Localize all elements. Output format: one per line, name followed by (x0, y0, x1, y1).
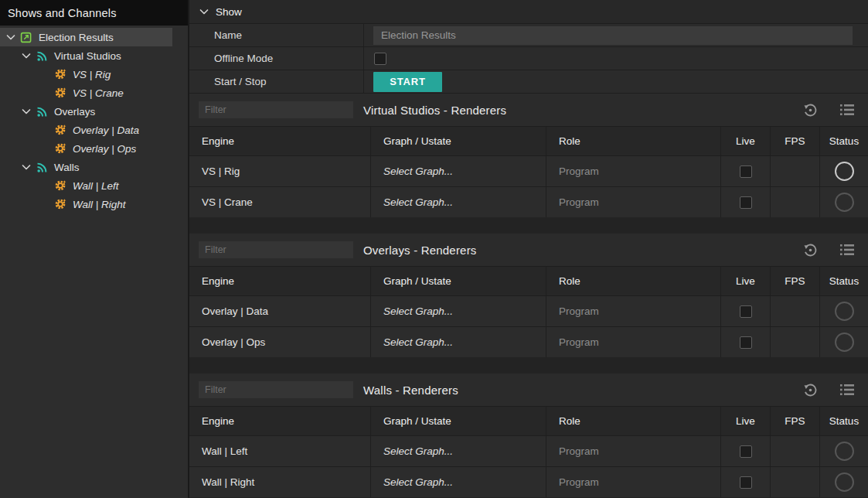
start-stop-property-row: Start / Stop START (189, 70, 868, 94)
section-toolbar: Overlays - Renderers (189, 234, 868, 266)
chevron-down-icon[interactable] (6, 32, 15, 42)
tree-item-label: Walls (54, 162, 80, 173)
fps-cell (771, 296, 820, 326)
live-checkbox[interactable] (740, 305, 752, 318)
table-row[interactable]: Wall | Left Select Graph... Program (189, 435, 868, 466)
show-box-arrow-icon (20, 31, 32, 43)
select-graph-dropdown[interactable]: Select Graph... (371, 156, 546, 186)
column-header-fps: FPS (771, 127, 820, 155)
tree-item-wall-right[interactable]: Wall | Right (0, 195, 172, 213)
select-graph-dropdown[interactable]: Select Graph... (371, 467, 546, 497)
column-header-role: Role (546, 407, 721, 435)
tree-item-walls[interactable]: Walls (0, 158, 172, 176)
chevron-down-icon[interactable] (199, 7, 209, 16)
column-header-role: Role (546, 267, 721, 295)
column-header-role: Role (546, 127, 721, 155)
live-checkbox[interactable] (740, 336, 752, 349)
live-checkbox[interactable] (740, 476, 752, 489)
table-row[interactable]: VS | Crane Select Graph... Program (189, 186, 868, 217)
select-graph-dropdown[interactable]: Select Graph... (371, 296, 546, 326)
tree-item-vs-crane[interactable]: VS | Crane (0, 84, 172, 102)
show-name-input[interactable] (373, 26, 853, 45)
name-property-row: Name (189, 24, 868, 47)
status-indicator (835, 162, 854, 181)
select-graph-dropdown[interactable]: Select Graph... (371, 187, 546, 217)
broadcast-rss-icon (36, 49, 48, 62)
reset-history-icon[interactable] (802, 241, 819, 258)
tree-item-vs-rig[interactable]: VS | Rig (0, 65, 172, 84)
role-cell: Program (546, 187, 721, 217)
live-checkbox[interactable] (740, 445, 752, 458)
chevron-down-icon[interactable] (22, 107, 31, 116)
filter-input[interactable] (199, 101, 353, 118)
column-header-fps: FPS (771, 267, 820, 295)
sidebar-header: Shows and Channels (0, 0, 188, 26)
live-checkbox[interactable] (740, 196, 752, 209)
engine-gear-icon (54, 124, 66, 136)
filter-input[interactable] (199, 241, 353, 258)
engine-cell: Wall | Right (189, 467, 371, 497)
reset-history-icon[interactable] (802, 101, 819, 118)
table-row[interactable]: Overlay | Ops Select Graph... Program (189, 326, 868, 357)
tree-item-label: Virtual Studios (54, 50, 121, 62)
name-label: Name (189, 24, 364, 46)
filter-input[interactable] (199, 381, 353, 398)
column-header-live: Live (721, 267, 771, 295)
tree-item-label: Overlays (54, 106, 95, 118)
role-cell: Program (546, 467, 721, 497)
offline-mode-label: Offline Mode (189, 47, 364, 70)
tree-item-overlay-data[interactable]: Overlay | Data (0, 121, 172, 139)
column-header-engine: Engine (189, 407, 371, 435)
fps-cell (771, 327, 820, 357)
list-icon[interactable] (839, 101, 856, 118)
start-button[interactable]: START (373, 72, 442, 92)
column-header-graph: Graph / Ustate (371, 267, 546, 295)
tree-item-label: Wall | Left (73, 180, 119, 192)
status-indicator (835, 193, 854, 212)
tree-item-label: VS | Crane (73, 87, 124, 99)
app-window: Shows and Channels Election Results Virt… (0, 0, 868, 498)
chevron-down-icon[interactable] (22, 51, 31, 60)
table-row[interactable]: Wall | Right Select Graph... Program (189, 466, 868, 497)
column-header-fps: FPS (771, 407, 820, 435)
tree-item-overlays[interactable]: Overlays (0, 102, 172, 121)
column-header-live: Live (721, 407, 771, 435)
engine-cell: VS | Rig (189, 156, 371, 186)
tree-item-label: Election Results (39, 32, 114, 43)
offline-mode-checkbox[interactable] (374, 53, 386, 65)
fps-cell (771, 156, 820, 186)
show-section-header[interactable]: Show (189, 0, 868, 24)
table-row[interactable]: Overlay | Data Select Graph... Program (189, 295, 868, 326)
tree-item-overlay-ops[interactable]: Overlay | Ops (0, 139, 172, 158)
list-icon[interactable] (839, 381, 856, 398)
chevron-down-icon[interactable] (22, 162, 31, 172)
broadcast-rss-icon (36, 161, 48, 173)
select-graph-dropdown[interactable]: Select Graph... (371, 436, 546, 466)
engine-gear-icon (54, 68, 66, 80)
shows-and-channels-panel: Shows and Channels Election Results Virt… (0, 0, 189, 498)
column-header-status: Status (820, 407, 868, 435)
tree-item-wall-left[interactable]: Wall | Left (0, 176, 172, 195)
fps-cell (771, 467, 820, 497)
engine-gear-icon (54, 179, 66, 192)
status-indicator (835, 472, 854, 492)
column-header-engine: Engine (189, 127, 371, 155)
section-virtual-studios-renderers: Virtual Studios - Renderers Engine Graph… (189, 94, 868, 217)
tree-item-virtual-studios[interactable]: Virtual Studios (0, 46, 172, 65)
tree-item-election-results[interactable]: Election Results (0, 28, 172, 46)
fps-cell (771, 187, 820, 217)
column-header-status: Status (820, 267, 868, 295)
table-row[interactable]: VS | Rig Select Graph... Program (189, 155, 868, 186)
offline-mode-property-row: Offline Mode (189, 47, 868, 70)
list-icon[interactable] (839, 241, 856, 258)
column-header-live: Live (721, 127, 771, 155)
select-graph-dropdown[interactable]: Select Graph... (371, 327, 546, 357)
fps-cell (771, 436, 820, 466)
live-checkbox[interactable] (740, 165, 752, 178)
reset-history-icon[interactable] (802, 381, 819, 398)
engine-gear-icon (54, 142, 66, 155)
role-cell: Program (546, 156, 721, 186)
engine-cell: VS | Crane (189, 187, 371, 217)
column-header-engine: Engine (189, 267, 371, 295)
section-title: Virtual Studios - Renderers (363, 104, 506, 117)
